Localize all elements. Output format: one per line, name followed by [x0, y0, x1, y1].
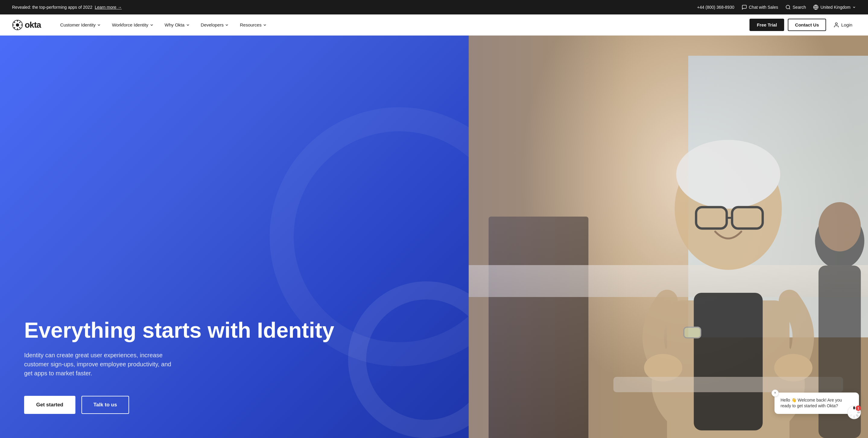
learn-more-link[interactable]: Learn more → — [95, 5, 122, 10]
hero-left-panel: Everything starts with Identity Identity… — [0, 36, 469, 438]
announcement-section: Revealed: the top-performing apps of 202… — [12, 5, 122, 10]
login-button[interactable]: Login — [830, 20, 856, 30]
hero-section: Everything starts with Identity Identity… — [0, 36, 868, 438]
top-bar-right-section: +44 (800) 368-8930 Chat with Sales Searc… — [697, 4, 856, 10]
talk-to-us-button[interactable]: Talk to us — [82, 396, 129, 414]
main-navigation: okta Customer Identity Workforce Identit… — [0, 14, 868, 36]
svg-rect-11 — [19, 22, 21, 23]
svg-line-1 — [789, 8, 790, 9]
resources-chevron-icon — [263, 23, 267, 27]
get-started-button[interactable]: Get started — [24, 396, 75, 414]
chat-icon — [742, 4, 747, 10]
nav-item-workforce-identity[interactable]: Workforce Identity — [107, 20, 159, 30]
svg-point-29 — [818, 202, 861, 251]
hero-image — [469, 36, 868, 438]
svg-point-0 — [786, 5, 789, 9]
svg-rect-10 — [19, 27, 21, 29]
nav-links-container: Customer Identity Workforce Identity Why… — [56, 20, 750, 30]
nav-item-customer-identity[interactable]: Customer Identity — [56, 20, 106, 30]
svg-rect-7 — [13, 24, 14, 25]
svg-rect-23 — [684, 327, 701, 338]
nav-item-why-okta-label: Why Okta — [165, 22, 185, 27]
nav-item-resources[interactable]: Resources — [235, 20, 272, 30]
customer-identity-chevron-icon — [97, 23, 101, 27]
hero-buttons-container: Get started Talk to us — [24, 396, 444, 414]
svg-point-14 — [835, 23, 838, 25]
nav-item-developers[interactable]: Developers — [196, 20, 234, 30]
svg-point-13 — [16, 23, 19, 27]
search-icon — [785, 4, 791, 10]
region-chevron-icon — [852, 5, 856, 9]
hero-subtitle: Identity can create great user experienc… — [24, 351, 181, 378]
svg-rect-17 — [694, 293, 763, 431]
nav-item-workforce-identity-label: Workforce Identity — [112, 22, 148, 27]
globe-icon — [813, 4, 818, 10]
search-label: Search — [793, 5, 806, 10]
top-announcement-bar: Revealed: the top-performing apps of 202… — [0, 0, 868, 14]
workforce-identity-chevron-icon — [150, 23, 154, 27]
login-label: Login — [841, 22, 852, 27]
nav-item-customer-identity-label: Customer Identity — [60, 22, 96, 27]
announcement-text: Revealed: the top-performing apps of 202… — [12, 5, 92, 10]
region-selector[interactable]: United Kingdom — [813, 4, 856, 10]
svg-rect-33 — [857, 411, 860, 413]
chat-loader-container: 1 — [846, 405, 862, 422]
phone-number: +44 (800) 368-8930 — [697, 5, 734, 10]
contact-us-button[interactable]: Contact Us — [788, 19, 826, 31]
svg-point-19 — [676, 140, 780, 208]
svg-rect-5 — [17, 20, 18, 22]
chat-with-sales-link[interactable]: Chat with Sales — [742, 4, 778, 10]
search-link[interactable]: Search — [785, 4, 806, 10]
why-okta-chevron-icon — [186, 23, 190, 27]
region-label: United Kingdom — [820, 5, 850, 10]
okta-logo-mark-icon — [12, 20, 23, 30]
photo-chair-element — [489, 216, 588, 438]
hero-title: Everything starts with Identity — [24, 318, 444, 342]
chat-close-button[interactable]: × — [772, 390, 779, 397]
svg-rect-31 — [853, 406, 855, 409]
okta-wordmark: okta — [25, 20, 41, 30]
developers-chevron-icon — [225, 23, 229, 27]
nav-item-developers-label: Developers — [201, 22, 224, 27]
chat-message-text: Hello 👋 Welcome back! Are you ready to g… — [780, 398, 842, 408]
free-trial-button[interactable]: Free Trial — [749, 19, 784, 31]
svg-rect-35 — [853, 415, 855, 418]
chat-loader-icon[interactable]: 1 — [846, 405, 862, 420]
svg-rect-6 — [17, 28, 18, 30]
svg-rect-8 — [21, 24, 22, 25]
svg-rect-37 — [848, 411, 851, 413]
chat-with-sales-label: Chat with Sales — [749, 5, 778, 10]
nav-item-why-okta[interactable]: Why Okta — [160, 20, 195, 30]
nav-item-resources-label: Resources — [240, 22, 261, 27]
okta-logo[interactable]: okta — [12, 20, 41, 30]
nav-actions-container: Free Trial Contact Us Login — [749, 19, 856, 31]
hero-right-panel: × Hello 👋 Welcome back! Are you ready to… — [469, 36, 868, 438]
user-icon — [833, 22, 839, 28]
notification-count: 1 — [858, 407, 859, 410]
